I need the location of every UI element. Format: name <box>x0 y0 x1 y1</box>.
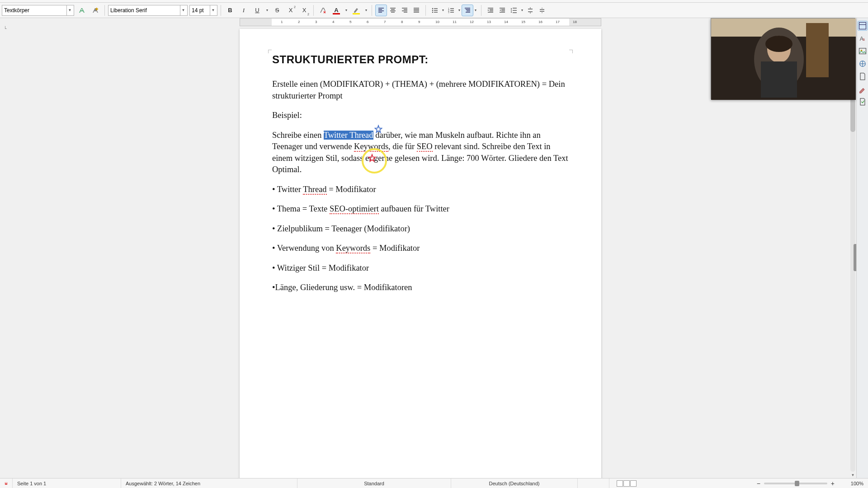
svg-rect-14 <box>806 23 829 77</box>
selected-text: Twitter Thread <box>324 131 373 140</box>
zoom-value[interactable]: 100% <box>836 479 868 488</box>
decrease-para-spacing-button[interactable] <box>536 5 548 16</box>
list-item[interactable]: • Verwendung von Keywords = Modifikator <box>272 243 569 254</box>
increase-indent-button[interactable] <box>485 5 496 16</box>
paragraph-style-combo[interactable]: ▼ <box>2 5 74 16</box>
clear-formatting-button[interactable] <box>317 5 329 16</box>
ruler-tick: 8 <box>401 20 403 24</box>
spellcheck-word[interactable]: Keywords <box>336 244 370 253</box>
bullet-list-dropdown[interactable]: ▼ <box>441 5 445 16</box>
font-name-input[interactable] <box>108 5 180 15</box>
font-size-combo[interactable]: ▼ <box>189 5 217 16</box>
beispiel-label[interactable]: Beispiel: <box>272 110 569 122</box>
example-paragraph[interactable]: Schreibe einen Twitter Thread darüber, w… <box>272 130 569 176</box>
ruler-tick: 18 <box>573 20 577 24</box>
subscript-button[interactable]: X2 <box>298 5 310 16</box>
document-page[interactable]: STRUKTURIERTER PROMPT: Erstelle einen (M… <box>240 29 601 478</box>
heading[interactable]: STRUKTURIERTER PROMPT: <box>272 53 569 66</box>
decrease-indent-button[interactable] <box>496 5 508 16</box>
style-inspector-icon[interactable] <box>858 84 868 94</box>
view-book-icon[interactable] <box>630 480 637 487</box>
ruler-tick: 12 <box>470 20 474 24</box>
formula-paragraph[interactable]: Erstelle einen (MODIFIKATOR) + (THEMA) +… <box>272 79 569 102</box>
bullet-list-button[interactable] <box>429 5 441 16</box>
strikethrough-button[interactable]: S <box>271 5 283 16</box>
svg-point-18 <box>765 36 793 52</box>
numbered-list-dropdown[interactable]: ▼ <box>457 5 462 16</box>
font-name-dropdown[interactable]: ▼ <box>180 5 186 15</box>
page-style[interactable]: Standard <box>297 479 451 488</box>
svg-rect-6 <box>859 23 866 29</box>
numbered-list-button[interactable]: 123 <box>445 5 457 16</box>
manage-changes-icon[interactable] <box>858 97 868 107</box>
align-justify-button[interactable] <box>410 5 422 16</box>
new-style-button[interactable] <box>90 5 101 16</box>
ruler-tick: 5 <box>349 20 351 24</box>
zoom-knob[interactable] <box>795 481 799 486</box>
align-center-button[interactable] <box>387 5 399 16</box>
styles-panel-icon[interactable]: Aa <box>858 33 868 43</box>
ruler-tick: 2 <box>298 20 300 24</box>
outline-list-button[interactable] <box>462 5 473 16</box>
font-name-combo[interactable]: ▼ <box>108 5 188 16</box>
outline-list-dropdown[interactable]: ▼ <box>473 5 478 16</box>
bold-button[interactable]: B <box>224 5 236 16</box>
align-left-button[interactable] <box>375 5 387 16</box>
highlight-color-button[interactable] <box>350 5 362 16</box>
ruler-tick: 10 <box>435 20 439 24</box>
highlight-color-dropdown[interactable]: ▼ <box>364 5 368 16</box>
text-area[interactable]: STRUKTURIERTER PROMPT: Erstelle einen (M… <box>272 53 569 302</box>
underline-dropdown[interactable]: ▼ <box>265 5 269 16</box>
status-bar: Seite 1 von 1 Ausgewählt: 2 Wörter, 14 Z… <box>0 478 868 488</box>
svg-text:a: a <box>863 37 865 42</box>
line-spacing-button[interactable] <box>508 5 520 16</box>
navigator-panel-icon[interactable] <box>858 59 868 69</box>
ruler-tick: 13 <box>487 20 491 24</box>
font-size-input[interactable] <box>190 5 210 15</box>
spellcheck-word[interactable]: Thread <box>303 185 326 195</box>
scroll-down-arrow[interactable]: ▼ <box>849 472 856 478</box>
ruler-tick: 9 <box>418 20 420 24</box>
align-right-button[interactable] <box>399 5 410 16</box>
spellcheck-word[interactable]: SEO <box>417 142 433 152</box>
paragraph-style-dropdown[interactable]: ▼ <box>66 5 73 15</box>
ruler-tick: 7 <box>384 20 386 24</box>
paragraph-style-input[interactable] <box>2 5 66 15</box>
zoom-slider[interactable] <box>764 483 827 484</box>
page-panel-icon[interactable] <box>858 71 868 81</box>
list-item[interactable]: •Länge, Gliederung usw. = Modifikatoren <box>272 282 569 294</box>
font-color-dropdown[interactable]: ▼ <box>344 5 349 16</box>
gallery-panel-icon[interactable] <box>858 46 868 56</box>
text: = Modifikator <box>370 244 420 253</box>
save-status-icon[interactable] <box>0 479 13 488</box>
language[interactable]: Deutsch (Deutschland) <box>451 479 578 488</box>
zoom-in-button[interactable]: + <box>831 480 835 487</box>
page-count[interactable]: Seite 1 von 1 <box>13 479 121 488</box>
superscript-button[interactable]: X2 <box>285 5 297 16</box>
zoom-out-button[interactable]: − <box>757 480 760 487</box>
update-style-button[interactable] <box>76 5 88 16</box>
ruler-tick: 3 <box>315 20 317 24</box>
spellcheck-word[interactable]: SEO-optimiert <box>330 204 379 214</box>
list-item[interactable]: • Zielpublikum = Teenager (Modifikator) <box>272 223 569 235</box>
list-item[interactable]: • Witziger Stil = Modifikator <box>272 263 569 274</box>
increase-para-spacing-button[interactable] <box>524 5 536 16</box>
horizontal-ruler[interactable]: 1 2 3 4 5 6 7 8 9 10 11 12 13 14 15 16 1… <box>240 18 601 26</box>
text: Schreibe einen <box>272 131 324 140</box>
sidebar-deck: Aa <box>856 18 868 478</box>
view-multi-icon[interactable] <box>623 480 630 487</box>
list-item[interactable]: • Twitter Thread = Modifikator <box>272 184 569 196</box>
ruler-tick: 6 <box>367 20 368 24</box>
spellcheck-word[interactable]: Keywords <box>354 142 388 152</box>
line-spacing-dropdown[interactable]: ▼ <box>520 5 524 16</box>
view-single-icon[interactable] <box>617 480 623 487</box>
italic-button[interactable]: I <box>238 5 250 16</box>
font-size-dropdown[interactable]: ▼ <box>210 5 216 15</box>
underline-button[interactable]: U <box>251 5 263 16</box>
text: aufbauen für Twitter <box>379 204 449 213</box>
view-mode-icons[interactable] <box>614 480 639 487</box>
properties-panel-icon[interactable] <box>858 21 868 31</box>
list-item[interactable]: • Thema = Texte SEO-optimiert aufbauen f… <box>272 203 569 215</box>
font-color-button[interactable]: A <box>330 5 342 16</box>
ruler-margin-left[interactable] <box>240 19 272 26</box>
